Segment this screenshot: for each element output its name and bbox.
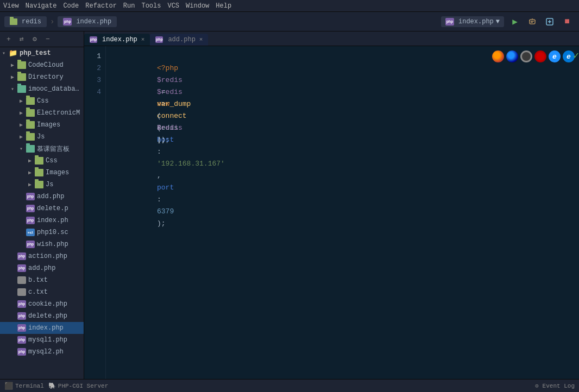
menu-tools[interactable]: Tools	[141, 2, 161, 10]
tree-item-wish-php[interactable]: php wish.php	[0, 238, 84, 250]
firefox2-icon[interactable]	[506, 50, 518, 62]
terminal-button[interactable]: ⬛ Terminal	[4, 382, 44, 390]
tree-item-js2[interactable]: ▶ Js	[0, 179, 84, 191]
folder-icon-js1	[26, 133, 35, 141]
opera-icon[interactable]	[520, 50, 532, 62]
token-connect: connect	[157, 112, 187, 120]
token-portcolon: :	[157, 195, 166, 204]
tree-item-electronicm[interactable]: ▶ ElectronicM	[0, 107, 84, 119]
tree-item-delete-p[interactable]: php delete.p	[0, 203, 84, 214]
tree-arrow-js2: ▶	[28, 181, 35, 188]
code-line-2: $redis = new Redis ();	[115, 62, 579, 74]
tree-item-php-test[interactable]: ▾ 📁 php_test	[0, 47, 84, 59]
ie-icon[interactable]: e	[549, 50, 561, 62]
run-config-label: index.php	[458, 18, 494, 26]
tree-item-css2[interactable]: ▶ Css	[0, 155, 84, 167]
run-buttons: ▶ ■	[507, 14, 575, 29]
server-status[interactable]: 🐘 PHP-CGI Server	[48, 382, 108, 389]
code-area[interactable]: <?php $redis = new Redis (); $redis -> c…	[106, 46, 579, 379]
tree-label-mysql1-php: mysql1.php	[28, 336, 67, 344]
txt-icon-c	[17, 288, 26, 296]
tree-item-index-ph[interactable]: php index.ph	[0, 214, 84, 226]
tree-arrow-images2: ▶	[28, 169, 35, 176]
tree-item-mysql1-php[interactable]: php mysql1.php	[0, 334, 84, 346]
tree-label-css2: Css	[46, 157, 58, 165]
main-layout: + ⇄ ⚙ − ▾ 📁 php_test ▶ CodeCloud ▶ Direc…	[0, 31, 579, 379]
tab-close-index[interactable]: ×	[141, 36, 145, 43]
breadcrumb-redis[interactable]: redis	[4, 16, 47, 27]
tree-label-add-php: add.php	[37, 193, 64, 200]
breadcrumb-redis-label: redis	[22, 18, 41, 26]
menu-window[interactable]: Window	[186, 2, 209, 10]
tree-item-directory[interactable]: ▶ Directory	[0, 71, 84, 83]
token-cparen3: );	[157, 219, 166, 227]
txt-icon-b	[17, 276, 26, 284]
tree-label-php-test: php_test	[20, 49, 51, 57]
tree-label-index-php: index.php	[28, 324, 64, 332]
editor[interactable]: 1 2 3 4 <?php $redis = new Redis ();	[84, 46, 579, 379]
tree-item-php10-sc[interactable]: sql php10.sc	[0, 226, 84, 238]
menu-bar: View Navigate Code Refactor Run Tools VC…	[0, 0, 579, 12]
folder-icon-jikechat	[26, 145, 35, 153]
tab-close-add[interactable]: ×	[199, 36, 203, 43]
php-icon: php	[63, 18, 72, 26]
menu-code[interactable]: Code	[63, 2, 79, 10]
menu-help[interactable]: Help	[216, 2, 231, 10]
tree-arrow-css1: ▶	[20, 98, 26, 104]
tree-item-codecloud[interactable]: ▶ CodeCloud	[0, 59, 84, 71]
menu-vcs[interactable]: VCS	[167, 2, 179, 10]
tree-item-index-php[interactable]: php index.php	[0, 322, 84, 334]
code-line-3: $redis -> connect ( host : '192.168.31.1…	[115, 74, 579, 86]
tree-item-action-php[interactable]: php action.php	[0, 250, 84, 262]
token-phptag: <?php	[157, 64, 178, 72]
debug-button[interactable]	[525, 14, 540, 29]
folder-icon-php-test: 📁	[9, 49, 17, 58]
tree-arrow-codecloud: ▶	[11, 62, 17, 68]
folder-icon-electronicm	[26, 109, 35, 117]
token-redis3: $redis	[157, 88, 182, 96]
tree-item-js1[interactable]: ▶ Js	[0, 131, 84, 143]
tree-label-js1: Js	[37, 133, 45, 141]
coverage-button[interactable]	[542, 14, 557, 29]
tree-item-cookie-php[interactable]: php cookie.php	[0, 298, 84, 310]
php-icon-index-php: php	[17, 324, 26, 332]
tab-label-index: index.php	[102, 36, 137, 43]
tab-add-php[interactable]: php add.php ×	[150, 34, 208, 46]
tab-index-php[interactable]: php index.php ×	[84, 34, 150, 46]
menu-refactor[interactable]: Refactor	[85, 2, 117, 10]
tree-arrow-imooc: ▾	[11, 86, 17, 92]
sidebar: + ⇄ ⚙ − ▾ 📁 php_test ▶ CodeCloud ▶ Direc…	[0, 31, 84, 379]
tree-label-c-txt: c.txt	[28, 288, 48, 296]
breadcrumb-index-php[interactable]: php index.php	[58, 16, 117, 27]
run-button[interactable]: ▶	[507, 14, 523, 29]
tree-item-mysql2-ph[interactable]: php mysql2.ph	[0, 346, 84, 358]
tree-item-images2[interactable]: ▶ Images	[0, 167, 84, 179]
tree-item-c-txt[interactable]: c.txt	[0, 286, 84, 298]
event-log-button[interactable]: ⊙ Event Log	[535, 382, 575, 389]
tree-item-images1[interactable]: ▶ Images	[0, 119, 84, 131]
tree-item-add-php[interactable]: php add.php	[0, 191, 84, 203]
settings-button[interactable]: ⚙	[29, 34, 40, 45]
run-config-dropdown[interactable]: php index.php ▼	[441, 16, 504, 27]
menu-navigate[interactable]: Navigate	[26, 2, 57, 10]
menu-view[interactable]: View	[3, 2, 19, 10]
ie-old-icon[interactable]	[534, 50, 546, 62]
stop-button[interactable]: ■	[559, 14, 575, 29]
tree-item-add-php2[interactable]: php add.php	[0, 262, 84, 274]
sync-button[interactable]: ⇄	[16, 34, 27, 45]
menu-run[interactable]: Run	[123, 2, 135, 10]
tree-arrow-images1: ▶	[20, 122, 26, 128]
tree-item-b-txt[interactable]: b.txt	[0, 274, 84, 286]
firefox-icon[interactable]	[492, 50, 504, 62]
tree-item-imooc[interactable]: ▾ imooc_database	[0, 83, 84, 95]
tab-label-add: add.php	[168, 36, 195, 43]
line-num-4: 4	[84, 86, 105, 98]
tree-arrow-directory: ▶	[11, 74, 17, 80]
tree-item-delete-php[interactable]: php delete.php	[0, 310, 84, 322]
tree-item-css1[interactable]: ▶ Css	[0, 95, 84, 107]
collapse-button[interactable]: −	[42, 34, 53, 45]
tree-item-jikechat[interactable]: ▾ 慕课留言板	[0, 143, 84, 155]
tree-arrow-jikechat: ▾	[20, 146, 26, 152]
tree-label-js2: Js	[46, 181, 53, 188]
add-button[interactable]: +	[3, 34, 14, 45]
